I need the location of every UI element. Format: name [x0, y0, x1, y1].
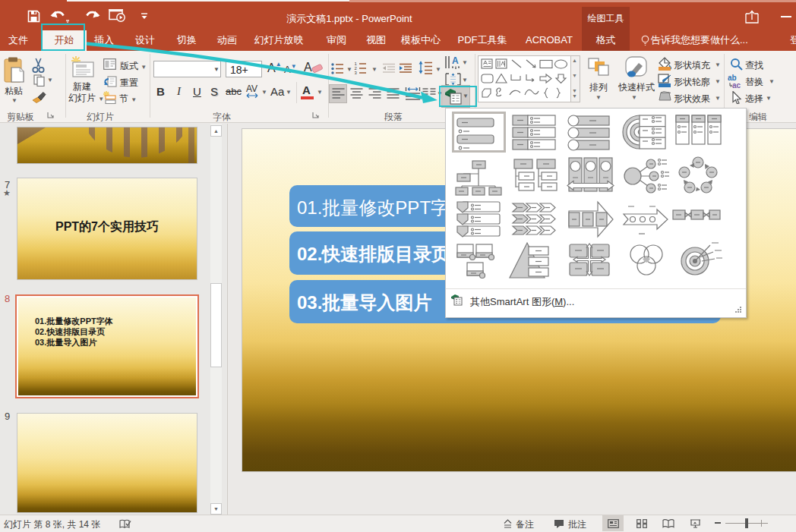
svg-text:ac: ac	[732, 81, 741, 89]
svg-text:A: A	[452, 55, 459, 66]
